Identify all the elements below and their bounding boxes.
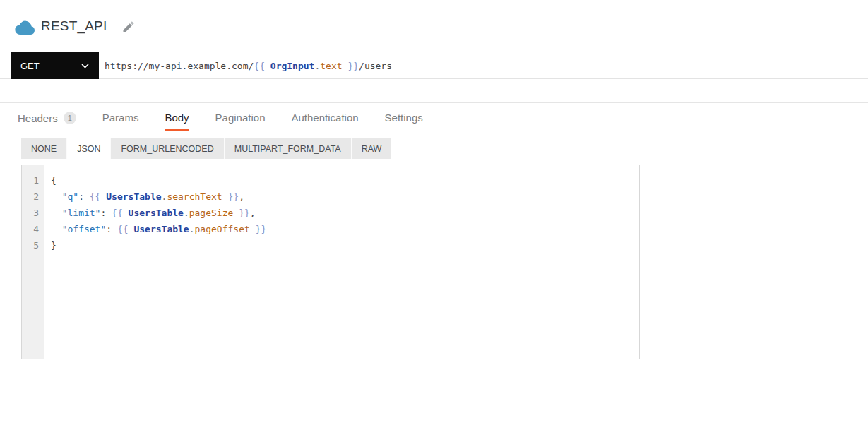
url-suffix-text: /users xyxy=(359,61,392,71)
headers-count-badge: 1 xyxy=(64,112,76,124)
code-token: , xyxy=(250,208,256,218)
tab-pagination-label: Pagination xyxy=(215,112,266,124)
code-line-4: "offset": {{ UsersTable.pageOffset }} xyxy=(51,221,639,237)
code-token-close-brace: }} xyxy=(222,191,239,202)
body-type-raw[interactable]: RAW xyxy=(352,138,392,159)
tab-params-label: Params xyxy=(102,112,139,124)
tab-pagination[interactable]: Pagination xyxy=(215,103,266,131)
code-token-property: pageOffset xyxy=(195,224,250,234)
url-template-open-brace: {{ xyxy=(254,61,270,71)
code-token-close-brace: }} xyxy=(250,224,266,234)
code-line-1: { xyxy=(51,172,639,189)
api-name-title: REST_API xyxy=(41,18,107,34)
code-token-variable: UsersTable xyxy=(129,208,184,218)
editor-line-number-gutter: 1 2 3 4 5 xyxy=(22,165,44,359)
code-token: : xyxy=(78,191,90,202)
code-token-open-brace: {{ xyxy=(90,191,106,202)
line-number: 4 xyxy=(22,221,44,237)
pencil-icon[interactable] xyxy=(121,20,136,34)
code-token xyxy=(51,208,62,218)
request-bar: GET https://my-api.example.com/{{ OrgInp… xyxy=(0,52,868,79)
code-token-json-key: "limit" xyxy=(62,208,101,218)
tab-body-label: Body xyxy=(165,112,189,124)
code-token-dot: . xyxy=(184,208,189,218)
request-config-tabs: Headers 1 Params Body Pagination Authent… xyxy=(0,102,868,135)
url-template-dot: . xyxy=(314,61,320,71)
body-type-json[interactable]: JSON xyxy=(67,138,111,159)
http-method-dropdown[interactable]: GET xyxy=(11,52,99,79)
code-token-property: searchText xyxy=(167,191,222,202)
code-token-dot: . xyxy=(189,224,195,234)
json-body-editor[interactable]: 1 2 3 4 5 { "q": {{ UsersTable.searchTex… xyxy=(21,165,640,359)
code-token xyxy=(51,191,62,202)
url-template-close-brace: }} xyxy=(343,61,359,71)
line-number: 5 xyxy=(22,237,44,253)
code-token-variable: UsersTable xyxy=(106,191,161,202)
tab-params[interactable]: Params xyxy=(102,103,139,131)
code-token: } xyxy=(51,240,57,251)
cloud-icon xyxy=(14,18,35,37)
code-token-json-key: "offset" xyxy=(62,224,107,234)
code-line-5: } xyxy=(51,237,639,253)
tab-authentication-label: Authentication xyxy=(292,112,359,124)
url-template-variable: OrgInput xyxy=(270,61,315,71)
code-token: : xyxy=(106,224,117,234)
code-token: : xyxy=(100,208,112,218)
line-number: 3 xyxy=(22,205,44,221)
tab-body[interactable]: Body xyxy=(165,103,189,131)
code-token-open-brace: {{ xyxy=(117,224,133,234)
code-token xyxy=(51,224,62,234)
line-number: 1 xyxy=(22,172,44,189)
code-token-property: pageSize xyxy=(189,208,234,218)
code-token-close-brace: }} xyxy=(233,208,249,218)
tab-headers[interactable]: Headers 1 xyxy=(18,103,76,131)
code-token-open-brace: {{ xyxy=(112,208,128,218)
code-line-2: "q": {{ UsersTable.searchText }}, xyxy=(51,189,639,205)
body-type-form-urlencoded[interactable]: FORM_URLENCODED xyxy=(111,138,224,159)
url-template-property: text xyxy=(320,61,342,71)
editor-code-area[interactable]: { "q": {{ UsersTable.searchText }}, "lim… xyxy=(44,165,639,359)
tab-settings-label: Settings xyxy=(385,112,423,124)
chevron-down-icon xyxy=(81,64,89,68)
api-header: REST_API xyxy=(0,16,868,41)
code-token: , xyxy=(239,191,244,202)
url-input[interactable]: https://my-api.example.com/{{ OrgInput.t… xyxy=(105,52,853,79)
code-token-json-key: "q" xyxy=(62,191,78,202)
body-type-none[interactable]: NONE xyxy=(21,138,67,159)
code-line-3: "limit": {{ UsersTable.pageSize }}, xyxy=(51,205,639,221)
body-type-multipart-form-data[interactable]: MULTIPART_FORM_DATA xyxy=(225,138,352,159)
tab-authentication[interactable]: Authentication xyxy=(292,103,359,131)
code-token-variable: UsersTable xyxy=(133,224,189,234)
body-type-tabs: NONE JSON FORM_URLENCODED MULTIPART_FORM… xyxy=(21,138,391,159)
http-method-value: GET xyxy=(20,61,40,71)
url-base-text: https://my-api.example.com/ xyxy=(105,61,254,71)
code-token: { xyxy=(51,175,57,186)
line-number: 2 xyxy=(22,189,44,205)
tab-settings[interactable]: Settings xyxy=(385,103,423,131)
tab-headers-label: Headers xyxy=(18,112,58,124)
